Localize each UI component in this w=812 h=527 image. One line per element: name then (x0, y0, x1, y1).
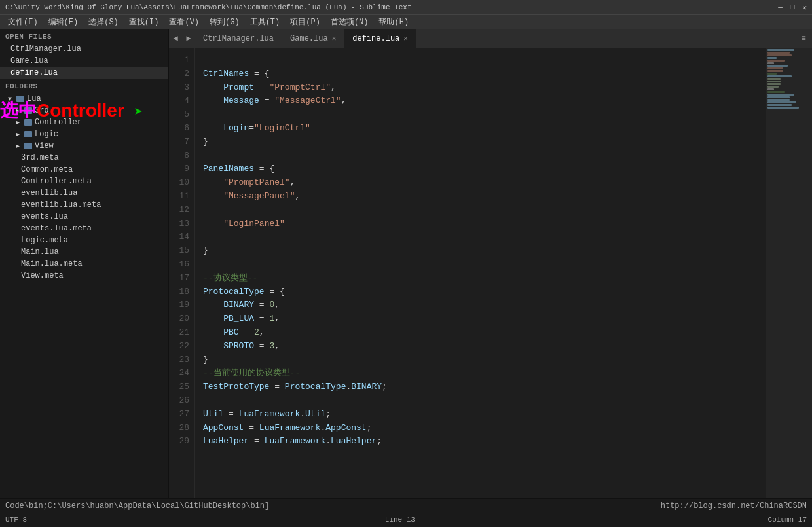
line-num-27: 27 (169, 408, 189, 422)
minimap-line (767, 67, 783, 69)
menu-bar: 文件(F)编辑(E)选择(S)查找(I)查看(V)转到(G)工具(T)项目(P)… (0, 14, 812, 29)
line-num-25: 25 (169, 380, 189, 394)
line-num-14: 14 (169, 230, 189, 244)
file-controller-meta[interactable]: Controller.meta (0, 175, 168, 187)
file-events-lua[interactable]: events.lua (0, 211, 168, 223)
menu-item-查找(I)[interactable]: 查找(I) (124, 16, 164, 27)
minimap-line (767, 54, 792, 56)
line-num-26: 26 (169, 394, 189, 408)
line-num-5: 5 (169, 108, 189, 122)
line-num-13: 13 (169, 217, 189, 231)
command-bar-path: Code\bin;C:\Users\huabn\AppData\Local\Gi… (5, 501, 269, 511)
line-num-1: 1 (169, 54, 189, 67)
minimap-line (767, 49, 794, 51)
file-eventlib-lua[interactable]: eventlib.lua (0, 187, 168, 199)
folder-logic[interactable]: ▶ Logic (0, 128, 168, 140)
folder-controller-label: Controller (35, 118, 82, 127)
tab-game[interactable]: Game.lua ✕ (282, 29, 344, 48)
line-num-4: 4 (169, 94, 189, 108)
minimap-line (767, 86, 779, 88)
status-column: Column 17 (768, 516, 807, 524)
file-main-lua-meta[interactable]: Main.lua.meta (0, 258, 168, 270)
file-eventlib-lua-label: eventlib.lua (21, 189, 77, 198)
line-num-12: 12 (169, 204, 189, 217)
file-events-lua-meta[interactable]: events.lua.meta (0, 223, 168, 234)
main-container: OPEN FILES CtrlManager.lua Game.lua defi… (0, 29, 812, 498)
status-bar: UTF-8 Line 13 Column 17 (0, 513, 812, 527)
line-num-20: 20 (169, 312, 189, 326)
tab-ctrlmanager[interactable]: CtrlManager.lua (195, 29, 282, 48)
tab-game-close[interactable]: ✕ (332, 34, 337, 43)
line-num-9: 9 (169, 162, 189, 176)
file-view-meta[interactable]: View.meta (0, 270, 168, 282)
chevron-right-icon: ▶ (13, 106, 22, 115)
minimap-line (767, 81, 781, 82)
folder-lua-label: Lua (27, 94, 41, 103)
file-3rd-meta-label: 3rd.meta (21, 153, 59, 162)
tab-define-close[interactable]: ✕ (403, 34, 408, 43)
line-num-10: 10 (169, 176, 189, 190)
minimap-line (767, 73, 777, 75)
file-common-meta-label: Common.meta (21, 165, 73, 174)
tab-nav-prev[interactable]: ◀ (169, 29, 182, 48)
file-common-meta[interactable]: Common.meta (0, 164, 168, 175)
code-content[interactable]: CtrlNames = { Prompt = "PromptCtrl", Mes… (195, 48, 766, 498)
menu-item-文件(F)[interactable]: 文件(F) (3, 16, 43, 27)
tab-game-label: Game.lua (290, 34, 328, 43)
close-button[interactable]: ✕ (802, 3, 807, 12)
folder-icon-3rd (24, 107, 32, 114)
minimap-line (767, 104, 792, 106)
line-num-18: 18 (169, 285, 189, 299)
chevron-right-icon-view: ▶ (13, 141, 22, 151)
folder-view[interactable]: ▶ View (0, 140, 168, 152)
chevron-right-icon-logic: ▶ (13, 130, 22, 139)
minimap-line (767, 91, 785, 93)
folder-controller[interactable]: ▶ Controller (0, 117, 168, 128)
menu-item-查看(V)[interactable]: 查看(V) (164, 16, 204, 27)
status-encoding: UTF-8 (5, 516, 27, 524)
file-eventlib-lua-meta[interactable]: eventlib.lua.meta (0, 199, 168, 211)
title-bar: C:\Unity word\King Of Glory Lua\Assets\L… (0, 0, 812, 14)
minimap-line (767, 62, 774, 64)
tab-ctrlmanager-label: CtrlManager.lua (203, 34, 274, 43)
folder-lua[interactable]: ▼ Lua (0, 93, 168, 105)
folder-3rd[interactable]: ▶ 3rd (0, 105, 168, 117)
tabs-menu-btn[interactable]: ≡ (795, 29, 812, 48)
line-num-16: 16 (169, 258, 189, 272)
line-num-28: 28 (169, 422, 189, 435)
chevron-down-icon: ▼ (5, 94, 14, 103)
minimap-line (767, 99, 790, 101)
file-logic-meta[interactable]: Logic.meta (0, 234, 168, 246)
line-num-24: 24 (169, 367, 189, 380)
menu-item-首选项(N)[interactable]: 首选项(N) (325, 16, 374, 27)
sidebar-file-game[interactable]: Game.lua (0, 55, 168, 67)
menu-item-选择(S)[interactable]: 选择(S) (83, 16, 124, 27)
file-main-lua[interactable]: Main.lua (0, 246, 168, 258)
sidebar-file-define[interactable]: define.lua (0, 67, 168, 79)
folder-3rd-label: 3rd (35, 106, 49, 115)
line-num-21: 21 (169, 326, 189, 340)
minimap-line (767, 88, 774, 90)
menu-item-项目(P)[interactable]: 项目(P) (285, 16, 325, 27)
folder-view-label: View (35, 141, 54, 151)
menu-item-编辑(E)[interactable]: 编辑(E) (43, 16, 84, 27)
menu-item-帮助(H)[interactable]: 帮助(H) (373, 16, 414, 27)
menu-item-转到(G)[interactable]: 转到(G) (204, 16, 245, 27)
file-3rd-meta[interactable]: 3rd.meta (0, 152, 168, 164)
menu-item-工具(T)[interactable]: 工具(T) (245, 16, 286, 27)
open-files-label: OPEN FILES (0, 29, 168, 43)
tab-define[interactable]: define.lua ✕ (344, 29, 416, 48)
minimap-line (767, 83, 781, 85)
window-controls: — □ ✕ (778, 3, 807, 12)
minimize-button[interactable]: — (778, 3, 783, 12)
maximize-button[interactable]: □ (790, 3, 795, 12)
command-bar-right: http://blog.csdn.net/ChinaRCSDN (661, 501, 807, 511)
line-num-23: 23 (169, 354, 189, 367)
sidebar-file-ctrlmanager[interactable]: CtrlManager.lua (0, 43, 168, 55)
tab-nav-next[interactable]: ▶ (182, 29, 195, 48)
line-num-6: 6 (169, 122, 189, 136)
line-numbers: 1 2 3 4 5 6 7 8 9 10 11 12 13 14 15 16 1… (169, 48, 195, 498)
file-main-lua-label: Main.lua (21, 247, 59, 257)
title-text: C:\Unity word\King Of Glory Lua\Assets\L… (5, 3, 412, 11)
line-num-11: 11 (169, 190, 189, 204)
